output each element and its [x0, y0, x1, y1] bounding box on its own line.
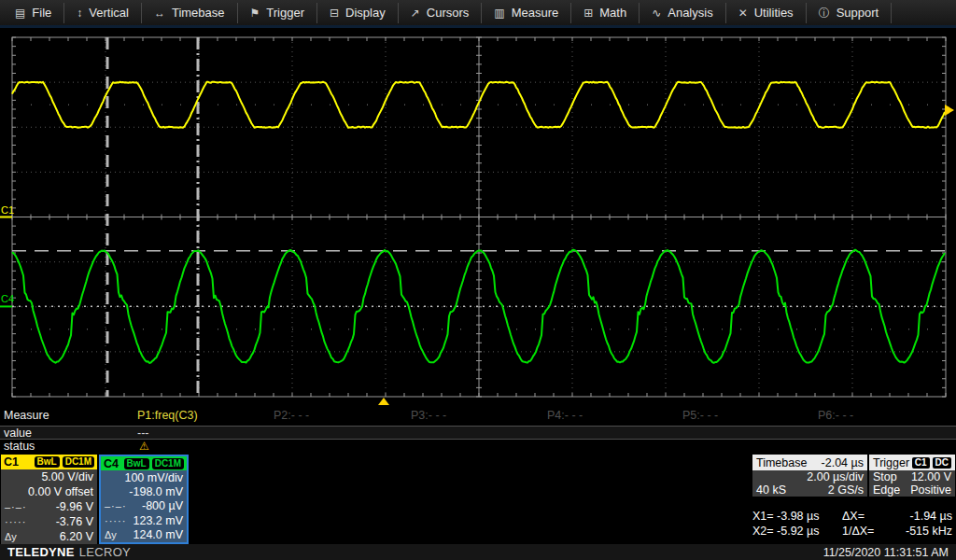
measure-table: Measure P1:freq(C3) P2:- - - P3:- - - P4…	[0, 408, 956, 455]
measure-p5[interactable]: P5:- - -	[682, 409, 718, 422]
tools-icon: ✕	[738, 7, 748, 19]
timebase-scale: 2.00 µs/div	[807, 470, 864, 483]
dotted-cursor-icon: ·····	[5, 516, 26, 527]
c1-offset: 0.00 V offset	[28, 485, 93, 498]
trigger-body: Stop12.00 V EdgePositive	[869, 470, 955, 497]
pointer-arrow-icon: ↗	[411, 7, 420, 19]
value-row-label: value	[4, 427, 32, 440]
file-icon: ▤	[15, 7, 25, 19]
zero-marker-c4[interactable]: C4	[1, 293, 14, 304]
c1-scale: 5.00 V/div	[41, 470, 93, 483]
dash-dot-cursor-icon: –·–·	[105, 500, 127, 511]
c4-delta-label: Δy	[105, 529, 117, 540]
menu-utilities-label: Utilities	[754, 6, 794, 20]
trigger-mode: Stop	[873, 470, 897, 483]
measure-row-label: Measure	[4, 409, 49, 422]
timebase-rate: 2 GS/s	[828, 483, 864, 497]
menu-timebase[interactable]: ↔ Timebase	[142, 3, 238, 23]
c4-delta-value: 124.0 mV	[133, 528, 183, 541]
horizontal-arrows-icon: ↔	[154, 7, 165, 19]
trigger-source-badge: C1	[912, 457, 930, 469]
monitor-icon: ⊟	[330, 7, 339, 19]
menu-measure[interactable]: ▥ Measure	[482, 3, 571, 23]
p1-value: ---	[137, 427, 149, 440]
menu-file[interactable]: ▤ File	[3, 3, 64, 23]
invdx-value: -515 kHz	[889, 525, 952, 538]
waveform-display: C1C4	[0, 28, 956, 408]
channel-c4-box[interactable]: C4 BwL DC1M 100 mV/div -198.0 mV –·–·-80…	[99, 455, 189, 544]
c1-header[interactable]: C1 BwL DC1M	[1, 455, 97, 469]
trigger-level: 12.00 V	[911, 470, 951, 483]
measure-value-row: value ---	[0, 426, 956, 440]
status-bar: TELEDYNE LECROY 11/25/2020 11:31:51 AM	[0, 544, 956, 560]
channel-c1-box[interactable]: C1 BwL DC1M 5.00 V/div 0.00 V offset –·–…	[1, 455, 97, 544]
timebase-box[interactable]: Timebase -2.04 µs 2.00 µs/div 40 kS2 GS/…	[752, 455, 867, 497]
x1-readout: X1= -3.98 µs	[752, 510, 842, 523]
menu-display-label: Display	[345, 6, 386, 20]
info-circle-icon: ⓘ	[819, 7, 830, 19]
calculator-icon: ⊞	[583, 7, 593, 19]
menu-display[interactable]: ⊟ Display	[317, 3, 399, 23]
menu-trigger[interactable]: ⚑ Trigger	[238, 3, 317, 23]
trigger-header: Trigger C1 DC	[869, 455, 955, 470]
trigger-coupling-badge: DC	[933, 457, 951, 469]
dx-label: ΔX=	[842, 510, 889, 523]
trigger-slope: Positive	[910, 483, 951, 497]
trigger-level-marker[interactable]	[945, 105, 954, 116]
c4-coupling-badge: DC1M	[152, 458, 184, 469]
menu-vertical[interactable]: ↕ Vertical	[64, 3, 142, 23]
trigger-box[interactable]: Trigger C1 DC Stop12.00 V EdgePositive	[869, 455, 955, 497]
menu-bar: ▤ File ↕ Vertical ↔ Timebase ⚑ Trigger ⊟…	[0, 0, 956, 28]
dotted-cursor-icon: ·····	[105, 515, 126, 526]
invdx-label: 1/ΔX=	[842, 525, 889, 538]
menu-file-label: File	[32, 6, 51, 20]
c1-name: C1	[4, 455, 19, 469]
timebase-body: 2.00 µs/div 40 kS2 GS/s	[752, 470, 867, 497]
menu-cursors[interactable]: ↗ Cursors	[399, 3, 483, 23]
timebase-delay: -2.04 µs	[822, 456, 864, 469]
menu-support[interactable]: ⓘ Support	[807, 3, 893, 23]
c4-cursor1-value: -800 µV	[142, 499, 183, 512]
measure-p6[interactable]: P6:- - -	[818, 409, 853, 422]
menu-support-label: Support	[836, 6, 879, 20]
c4-cursor2-value: 123.2 mV	[133, 514, 183, 527]
datetime: 11/25/2020 11:31:51 AM	[823, 546, 949, 559]
trigger-position-marker[interactable]	[378, 398, 389, 405]
c1-delta-value: 6.20 V	[60, 530, 93, 543]
status-row-label: status	[4, 440, 35, 453]
c4-name: C4	[104, 457, 119, 470]
timebase-title: Timebase	[756, 456, 807, 469]
brand-teledyne: TELEDYNE	[7, 545, 75, 559]
c1-body: 5.00 V/div 0.00 V offset –·–·-9.96 V ···…	[1, 469, 97, 544]
c4-body: 100 mV/div -198.0 mV –·–·-800 µV ·····12…	[101, 470, 187, 542]
c1-cursor2-value: -3.76 V	[56, 515, 93, 528]
flag-icon: ⚑	[250, 7, 260, 19]
x2-readout: X2= -5.92 µs	[752, 525, 842, 538]
vertical-arrows-icon: ↕	[77, 7, 82, 19]
descriptor-boxes: C1 BwL DC1M 5.00 V/div 0.00 V offset –·–…	[0, 455, 956, 544]
menu-analysis[interactable]: ∿ Analysis	[640, 3, 725, 23]
c4-header[interactable]: C4 BwL DC1M	[101, 456, 187, 470]
waveform-chart-icon: ∿	[652, 7, 661, 19]
menu-math-label: Math	[599, 6, 626, 20]
scope-graticule: C1C4	[0, 28, 956, 408]
timebase-samples: 40 kS	[756, 483, 786, 497]
trigger-type: Edge	[873, 483, 900, 497]
measure-header-row: Measure P1:freq(C3) P2:- - - P3:- - - P4…	[0, 408, 956, 426]
measure-p3[interactable]: P3:- - -	[411, 409, 446, 422]
menu-utilities[interactable]: ✕ Utilities	[726, 3, 807, 23]
c1-coupling-badge: DC1M	[63, 456, 94, 468]
timebase-header: Timebase -2.04 µs	[752, 455, 867, 470]
zero-marker-c1[interactable]: C1	[1, 204, 14, 216]
measure-p4[interactable]: P4:- - -	[547, 409, 583, 422]
measure-p1[interactable]: P1:freq(C3)	[137, 409, 198, 422]
trigger-title: Trigger	[873, 456, 909, 469]
c1-bwl-badge: BwL	[35, 456, 60, 468]
dx-value: -1.94 µs	[889, 510, 952, 523]
cursor-readout: X1= -3.98 µs ΔX= -1.94 µs X2= -5.92 µs 1…	[752, 509, 952, 539]
menu-math[interactable]: ⊞ Math	[571, 3, 640, 23]
c4-bwl-badge: BwL	[124, 458, 149, 469]
menu-measure-label: Measure	[512, 6, 559, 20]
measure-status-row: status ⚠	[0, 440, 956, 455]
measure-p2[interactable]: P2:- - -	[274, 409, 309, 422]
